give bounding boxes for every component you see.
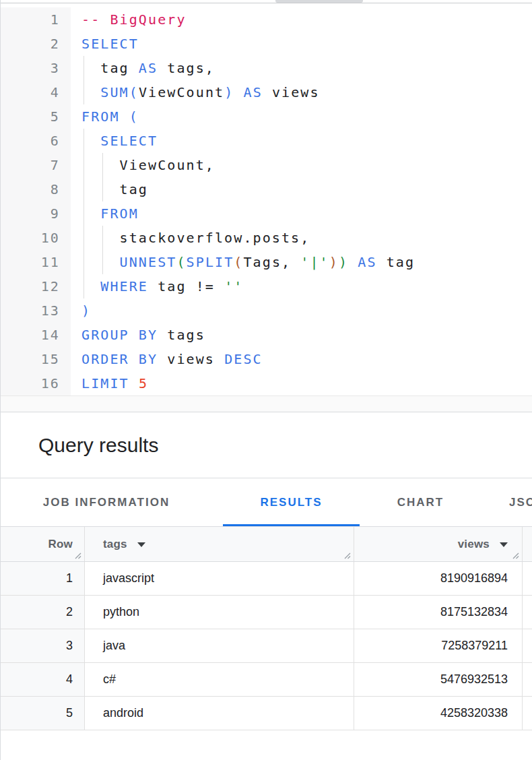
views-cell: 8190916894 [354,562,523,595]
column-resize-handle[interactable] [342,550,351,559]
code-text: ) [71,298,532,323]
code-text: -- BigQuery [71,7,532,32]
code-line: 7 ViewCount, [1,153,532,177]
row-number-cell: 2 [1,596,85,629]
code-text: FROM ( [71,104,532,129]
tags-cell: javascript [85,562,354,595]
indent-guide [84,226,84,250]
code-text: WHERE tag != '' [71,274,532,298]
table-row: 4c#5476932513 [1,663,532,697]
results-table: Rowtagsviews1javascript81909168942python… [1,527,532,730]
column-resize-handle[interactable] [73,550,81,559]
code-line: 9 FROM [1,201,532,226]
indent-guide [102,153,103,177]
tags-cell: python [85,596,354,629]
line-number: 14 [1,323,71,347]
tab-json[interactable]: JSON [493,478,532,527]
code-text: tag AS tags, [71,56,532,80]
line-number: 12 [1,274,71,298]
code-text: GROUP BY tags [71,323,532,347]
indent-guide [84,56,84,80]
code-line: 10 stackoverflow.posts, [1,226,532,250]
line-number: 10 [1,226,71,250]
tab-chart[interactable]: CHART [372,478,469,527]
code-text: tag [71,177,532,201]
column-header-tags[interactable]: tags [85,527,354,561]
table-row: 3java7258379211 [1,629,532,663]
code-line: 6 SELECT [1,129,532,153]
row-number-cell: 4 [1,663,85,696]
line-number: 3 [1,56,71,80]
line-number: 1 [1,7,71,32]
indent-guide [84,80,84,104]
line-number: 9 [1,201,71,226]
tab-results[interactable]: RESULTS [223,478,360,527]
code-line: 2SELECT [1,32,532,56]
filler-cell [523,697,532,730]
line-number: 13 [1,298,71,323]
column-label: views [458,538,490,551]
line-number: 8 [1,177,71,201]
query-results-band: Query results [1,412,532,478]
code-text: SUM(ViewCount) AS views [71,80,532,104]
code-line: 16LIMIT 5 [1,371,532,395]
editor-top-scrollbar [1,0,532,3]
code-line: 1-- BigQuery [1,7,532,32]
indent-guide [84,129,84,153]
row-number-cell: 3 [1,629,85,662]
editor-lines: 1-- BigQuery2SELECT3 tag AS tags,4 SUM(V… [1,7,532,395]
scrollbar-thumb[interactable] [275,0,363,3]
sort-caret-icon[interactable] [137,542,145,547]
indent-guide [102,250,103,274]
tags-cell: java [85,629,354,662]
indent-guide [102,177,103,201]
indent-guide [84,274,84,298]
code-text: FROM [71,201,532,226]
column-resize-handle[interactable] [510,550,519,559]
filler-cell [523,562,532,595]
code-text: LIMIT 5 [71,371,532,395]
column-label: tags [103,538,127,551]
filler-cell [523,596,532,629]
table-row: 5android4258320338 [1,697,532,730]
table-header-row: Rowtagsviews [1,527,532,562]
tags-cell: c# [85,663,354,696]
tab-job-information[interactable]: JOB INFORMATION [22,478,191,527]
views-cell: 7258379211 [354,629,523,662]
indent-guide [84,153,84,177]
indent-guide [102,226,103,250]
indent-guide [84,201,84,226]
header-filler-cell [523,527,532,561]
line-number: 7 [1,153,71,177]
row-number-cell: 5 [1,697,85,730]
query-results-title: Query results [38,434,158,457]
line-number: 4 [1,80,71,104]
column-header-row[interactable]: Row [1,527,85,561]
code-text: ORDER BY views DESC [71,347,532,371]
editor-footer [1,395,532,412]
sort-caret-icon[interactable] [500,542,508,547]
line-number: 15 [1,347,71,371]
column-header-views[interactable]: views [354,527,523,561]
table-row: 1javascript8190916894 [1,562,532,596]
views-cell: 5476932513 [354,663,523,696]
views-cell: 8175132834 [354,596,523,629]
row-number-cell: 1 [1,562,85,595]
line-number: 5 [1,104,71,129]
code-text: stackoverflow.posts, [71,226,532,250]
column-label: Row [48,538,73,551]
code-line: 11 UNNEST(SPLIT(Tags, '|')) AS tag [1,250,532,274]
code-line: 14GROUP BY tags [1,323,532,347]
sql-editor[interactable]: 1-- BigQuery2SELECT3 tag AS tags,4 SUM(V… [1,3,532,395]
results-tabs: JOB INFORMATIONRESULTSCHARTJSON [1,478,532,527]
code-text: SELECT [71,32,532,56]
line-number: 11 [1,250,71,274]
line-number: 2 [1,32,71,56]
views-cell: 4258320338 [354,697,523,730]
code-line: 13) [1,298,532,323]
code-line: 3 tag AS tags, [1,56,532,80]
code-line: 15ORDER BY views DESC [1,347,532,371]
indent-guide [84,177,84,201]
indent-guide [84,250,84,274]
tags-cell: android [85,697,354,730]
